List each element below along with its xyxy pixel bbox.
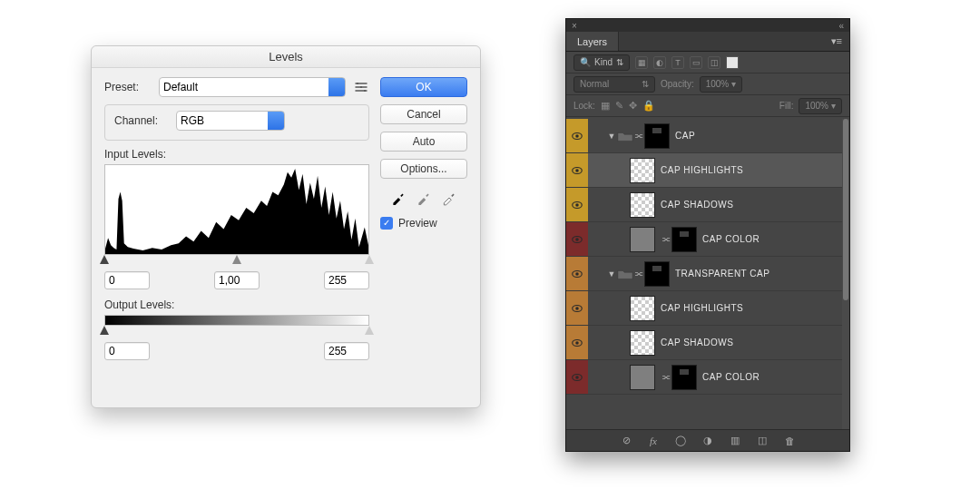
panel-menu-icon[interactable]: ▾≡	[824, 35, 849, 47]
delete-layer-icon[interactable]: 🗑	[783, 435, 796, 447]
layer-row[interactable]: ⫘CAP COLOR	[566, 360, 842, 395]
new-layer-icon[interactable]: ◫	[756, 435, 769, 447]
ok-button[interactable]: OK	[380, 77, 467, 97]
fill-field[interactable]: 100% ▾	[799, 98, 842, 114]
visibility-toggle[interactable]	[566, 257, 588, 290]
layer-name-label: TRANSPARENT CAP	[675, 269, 769, 279]
scrollbar-thumb[interactable]	[843, 119, 848, 300]
layers-bottom-bar: ⊘ fx ◯ ◑ ▥ ◫ 🗑	[566, 429, 849, 451]
visibility-toggle[interactable]	[566, 153, 588, 187]
add-mask-icon[interactable]: ◯	[674, 435, 687, 447]
filter-type-icon[interactable]: T	[671, 56, 684, 69]
layer-row[interactable]: ▼⫘CAP	[566, 119, 842, 153]
output-white-field[interactable]	[324, 342, 369, 360]
input-black-slider[interactable]	[100, 255, 109, 264]
output-white-slider[interactable]	[365, 326, 374, 335]
filter-kind-select[interactable]: 🔍 Kind ⇅	[573, 54, 630, 71]
preset-select[interactable]: Default	[159, 77, 346, 97]
layer-name-label: CAP SHADOWS	[661, 338, 733, 347]
eye-icon	[571, 164, 583, 177]
lock-transparent-icon[interactable]: ▦	[601, 100, 610, 112]
filter-kind-label: Kind	[594, 57, 612, 67]
layer-thumbnail[interactable]	[630, 158, 655, 183]
fx-icon[interactable]: fx	[647, 435, 660, 447]
filter-adjust-icon[interactable]: ◐	[653, 56, 666, 69]
layer-name-label: CAP HIGHLIGHTS	[661, 165, 743, 175]
eyedropper-black-icon[interactable]	[390, 190, 407, 206]
filter-shape-icon[interactable]: ▭	[690, 56, 702, 69]
folder-icon	[617, 268, 633, 280]
layer-row[interactable]: CAP SHADOWS	[566, 326, 842, 360]
disclosure-icon[interactable]: ▼	[606, 132, 617, 141]
search-icon: 🔍	[580, 57, 591, 67]
layer-thumbnail[interactable]	[630, 227, 655, 252]
preset-row: Preset: Default	[104, 77, 369, 97]
channel-select[interactable]: RGB	[176, 111, 285, 131]
layer-thumbnail[interactable]	[630, 365, 655, 390]
layer-thumbnail[interactable]	[630, 192, 655, 218]
layer-row[interactable]: CAP HIGHLIGHTS	[566, 153, 842, 188]
output-gradient	[104, 315, 369, 326]
link-icon: ⫘	[661, 233, 671, 246]
new-fill-icon[interactable]: ◑	[701, 435, 714, 447]
close-icon[interactable]: ×	[572, 21, 577, 31]
layer-row[interactable]: ▼⫘TRANSPARENT CAP	[566, 257, 842, 291]
disclosure-icon[interactable]: ▼	[606, 269, 617, 279]
mask-thumbnail[interactable]	[644, 261, 670, 287]
svg-point-18	[575, 376, 579, 379]
opacity-field[interactable]: 100% ▾	[700, 76, 743, 93]
new-group-icon[interactable]: ▥	[729, 435, 741, 447]
blend-mode-select[interactable]: Normal ⇅	[573, 76, 655, 93]
eyedropper-white-icon[interactable]	[441, 190, 457, 206]
layer-row[interactable]: ⫘CAP COLOR	[566, 222, 842, 257]
link-layers-icon[interactable]: ⊘	[620, 435, 632, 447]
input-gamma-field[interactable]	[214, 271, 260, 289]
filter-toggle[interactable]	[726, 56, 739, 69]
input-black-field[interactable]	[104, 271, 150, 289]
dialog-title: Levels	[92, 46, 480, 68]
eyedropper-gray-icon[interactable]	[416, 190, 432, 206]
lock-all-icon[interactable]: 🔒	[642, 100, 655, 112]
visibility-toggle[interactable]	[566, 326, 588, 359]
mask-thumbnail[interactable]	[671, 365, 697, 390]
svg-point-14	[575, 307, 579, 310]
output-slider-track	[104, 326, 369, 338]
input-gamma-slider[interactable]	[232, 255, 241, 264]
lock-position-icon[interactable]: ✥	[629, 100, 637, 112]
lock-image-icon[interactable]: ✎	[615, 100, 623, 112]
auto-button[interactable]: Auto	[380, 132, 467, 152]
layer-thumbnail[interactable]	[630, 296, 655, 321]
input-white-slider[interactable]	[365, 255, 374, 264]
blend-mode-value: Normal	[580, 79, 609, 89]
mask-thumbnail[interactable]	[644, 123, 670, 149]
layer-row[interactable]: CAP SHADOWS	[566, 188, 842, 222]
layer-thumbnail[interactable]	[630, 330, 655, 356]
mask-thumbnail[interactable]	[671, 227, 697, 252]
eye-icon	[571, 302, 583, 315]
visibility-toggle[interactable]	[566, 360, 588, 394]
output-black-field[interactable]	[104, 342, 150, 360]
input-white-field[interactable]	[324, 271, 369, 289]
layer-row[interactable]: CAP HIGHLIGHTS	[566, 291, 842, 326]
visibility-toggle[interactable]	[566, 291, 588, 325]
cancel-button[interactable]: Cancel	[380, 104, 467, 124]
tab-layers[interactable]: Layers	[566, 32, 619, 51]
eye-icon	[571, 199, 583, 211]
visibility-toggle[interactable]	[566, 119, 588, 152]
visibility-toggle[interactable]	[566, 188, 588, 221]
input-slider-track	[104, 255, 369, 268]
filter-pixel-icon[interactable]: ▦	[635, 56, 648, 69]
preview-checkbox[interactable]: ✓	[380, 217, 393, 230]
svg-point-12	[575, 272, 579, 276]
preset-menu-icon[interactable]	[353, 79, 369, 95]
visibility-toggle[interactable]	[566, 222, 588, 256]
collapse-icon[interactable]: «	[838, 21, 844, 31]
svg-point-0	[357, 83, 358, 84]
scrollbar-track[interactable]	[842, 119, 849, 429]
filter-smart-icon[interactable]: ◫	[708, 56, 720, 69]
lock-bar: Lock: ▦ ✎ ✥ 🔒 Fill: 100% ▾	[566, 95, 849, 117]
options-button[interactable]: Options...	[380, 159, 467, 179]
panel-grip[interactable]: × «	[566, 19, 849, 32]
chevron-updown-icon: ⇅	[642, 79, 649, 89]
output-black-slider[interactable]	[100, 326, 109, 335]
